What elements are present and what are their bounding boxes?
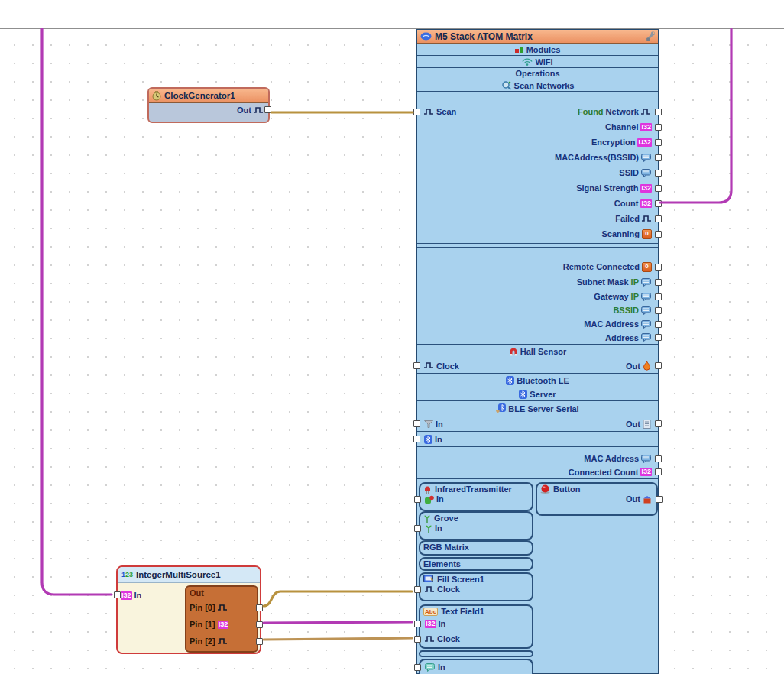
pin-connector-mac-address[interactable] [655,321,662,328]
scan-networks-icon [501,81,512,90]
pin-connector-mac-address-2[interactable] [655,455,662,462]
integer-multi-source-block[interactable]: 123 IntegerMultiSource1 I32 In Out Pin [… [116,565,261,654]
pin-connector-count[interactable] [655,200,662,207]
clock-generator-icon [152,91,161,101]
pin-connector-clockgen-out[interactable] [264,106,271,113]
string-pin-icon [641,293,652,301]
pin-row-failed: Failed [417,211,658,226]
bluetooth-icon [519,390,527,399]
section-scan-networks[interactable]: Scan Networks [417,79,658,92]
pin-connector-address[interactable] [655,334,662,341]
pin-label: In [435,435,442,444]
pin-connector-text-field-in[interactable] [414,621,421,627]
pin-connector-scanning[interactable] [655,231,662,238]
panel-stub[interactable] [419,650,533,657]
pin-connector-pin1[interactable] [256,621,263,628]
section-hall-sensor[interactable]: Hall Sensor [417,345,658,358]
pin-row-address: Address [417,331,658,345]
pin-label: Channel [605,122,638,131]
m5-stack-atom-matrix-block[interactable]: M5 Stack ATOM Matrix Modules WiFi Operat… [416,29,659,674]
pin-label: In [134,591,142,600]
pin-connector-button-out[interactable] [656,496,663,503]
panel-bottom[interactable]: In [419,659,533,674]
pin-label: MACAddress(BSSID) [555,153,639,162]
m5-block-header[interactable]: M5 Stack ATOM Matrix [417,30,658,44]
panel-elements[interactable]: Elements [419,557,533,571]
pin-label: Remote Connected [563,262,640,271]
pin-label: Pin [1] [190,620,215,629]
pin-connector-failed[interactable] [655,215,662,222]
pin-row-macaddress-bssid: MACAddress(BSSID) [417,150,658,165]
pin-connector-grove-in[interactable] [414,525,421,532]
pin-row-subnet-mask-ip: Subnet Mask IP [417,274,658,290]
pin-connector-hall-out[interactable] [655,362,662,369]
section-bluetooth-le[interactable]: Bluetooth LE [417,374,658,387]
section-server[interactable]: Server [417,387,658,401]
section-operations[interactable]: Operations [417,68,658,79]
pin-connector-ble-in1[interactable] [413,420,420,427]
ims-output-group[interactable]: Out Pin [0] Pin [1] I32 Pin [2] [185,585,258,653]
pin-connector-pin0[interactable] [256,604,263,611]
integer-multi-source-header[interactable]: 123 IntegerMultiSource1 [118,567,260,583]
wrench-icon[interactable] [643,31,655,41]
panel-button[interactable]: Button Out [536,482,658,516]
section-divider [417,243,658,248]
pin-label: Clock [436,361,459,371]
clock-generator-header[interactable]: ClockGenerator1 [149,89,268,103]
pin-connector-ble-in2[interactable] [413,436,420,442]
pin-connector-connected-count[interactable] [655,468,662,475]
pin-connector-found-network[interactable] [655,109,662,115]
group-label: Out [190,588,254,599]
m5-logo-icon [420,32,432,41]
pin-connector-gateway-ip[interactable] [655,293,662,300]
pin-connector-subnet-mask-ip[interactable] [655,279,662,286]
panel-fill-screen[interactable]: Fill Screen1 Clock [419,572,533,601]
pin-label: Signal Strength [576,183,638,193]
pin-connector-signal-strength[interactable] [655,185,662,192]
pin-connector-bottom-in[interactable] [414,664,421,671]
pin-label: MAC Address [584,454,639,463]
pin-connector-encryption[interactable] [655,139,662,146]
section-modules[interactable]: Modules [417,44,658,56]
pin-connector-text-field-clock[interactable] [414,636,421,643]
clock-pin-icon [425,586,435,593]
pin-row-bssid: BSSID [417,303,658,317]
section-wifi[interactable]: WiFi [417,56,658,68]
pin-connector-ims-in[interactable] [114,591,121,598]
pin-label: Pin [0] [190,603,215,612]
integer-source-icon: 123 [121,571,133,578]
section-ble-server-serial[interactable]: BLE Server Serial [417,401,658,416]
pin-label: Clock [437,634,460,643]
pin-connector-fill-screen-clock[interactable] [414,586,421,593]
pin-label: Subnet Mask [577,277,629,287]
panel-title: Elements [423,559,461,569]
clock-generator-block[interactable]: ClockGenerator1 Out [147,87,270,123]
pin-connector-pin2[interactable] [256,638,263,645]
pin-row-connected-count: Connected Count I32 [417,465,658,479]
panel-text-field[interactable]: Abc Text Field1 I32 In Clock [419,604,533,649]
panel-rgb-matrix[interactable]: RGB Matrix [419,540,533,556]
pin-connector-bssid[interactable] [655,307,662,314]
pin-connector-hall-clock[interactable] [413,362,420,369]
pin-row-infrared-in: In [420,494,532,504]
panel-grove[interactable]: Grove In [419,511,533,540]
pin-connector-remote-connected[interactable] [655,264,662,271]
section-label: Modules [526,45,561,54]
pin-connector-ssid[interactable] [655,170,662,177]
panel-infrared-transmitter[interactable]: InfraredTransmitter In [419,482,533,511]
pin-row-pin1: Pin [1] I32 [190,616,254,633]
pin-label: In [436,494,444,504]
pin-label-ip: IP [631,277,639,287]
pin-row-text-field-clock: Clock [420,630,532,646]
type-i32-badge: I32 [640,184,652,193]
pin-connector-channel[interactable] [655,124,662,131]
clock-pin-icon [218,604,228,611]
pin-connector-infrared-in[interactable] [414,496,421,503]
clock-pin-icon [254,107,264,114]
pin-connector-macaddress-bssid[interactable] [655,154,662,161]
pin-connector-scan[interactable] [413,109,420,115]
pin-row-ble-in2: In [417,432,658,447]
section-label: WiFi [535,57,552,66]
pin-connector-ble-out[interactable] [655,420,662,427]
text-field-icon: Abc [423,608,438,616]
